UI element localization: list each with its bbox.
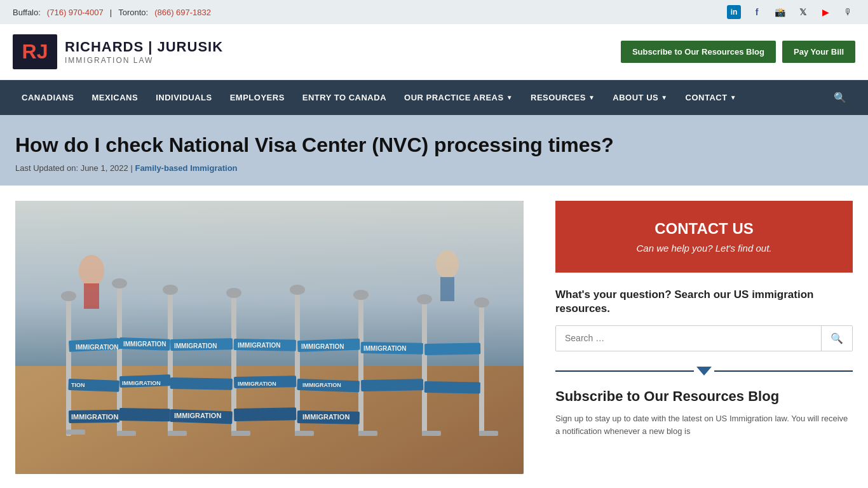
contact-us-subtext: Can we help you? Let's find out. <box>568 243 840 254</box>
search-box: 🔍 <box>555 325 853 351</box>
twitter-icon[interactable]: 𝕏 <box>796 5 810 19</box>
subscribe-body: Sign up to stay up to date with the late… <box>555 412 853 439</box>
main-nav: CANADIANS MEXICANS INDIVIDUALS EMPLOYERS… <box>0 80 868 115</box>
site-header: RJ RICHARDS | JURUSIK IMMIGRATION LAW Su… <box>0 24 868 80</box>
logo-box: RJ <box>13 34 57 69</box>
chevron-down-icon: ▼ <box>588 94 595 101</box>
linkedin-icon[interactable]: in <box>727 5 741 19</box>
instagram-icon[interactable]: 📸 <box>773 5 787 19</box>
logo-text: RICHARDS | JURUSIK IMMIGRATION LAW <box>65 39 223 65</box>
subscribe-button[interactable]: Subscribe to Our Resources Blog <box>621 41 776 63</box>
podcast-icon[interactable]: 🎙 <box>841 5 855 19</box>
article-image: IMMIGRATION IMMIGRATION IMMIGRATION IMMI… <box>15 201 524 474</box>
facebook-icon[interactable]: f <box>750 5 764 19</box>
nav-contact[interactable]: CONTACT ▼ <box>677 81 746 114</box>
nav-entry-to-canada[interactable]: ENTRY TO CANADA <box>294 81 395 114</box>
contact-us-heading: CONTACT US <box>568 220 840 238</box>
divider-line-right <box>714 370 853 372</box>
nav-mexicans[interactable]: MEXICANS <box>83 81 147 114</box>
pay-bill-button[interactable]: Pay Your Bill <box>782 41 855 63</box>
search-button[interactable]: 🔍 <box>821 326 852 351</box>
nav-about-us[interactable]: ABOUT US ▼ <box>604 81 676 114</box>
search-heading: What's your question? Search our US immi… <box>555 288 853 316</box>
divider-line-left <box>555 370 694 372</box>
subscribe-section: Subscribe to Our Resources Blog Sign up … <box>555 388 853 439</box>
youtube-icon[interactable]: ▶ <box>818 5 832 19</box>
buffalo-label: Buffalo: <box>13 8 41 17</box>
article-image-svg: IMMIGRATION IMMIGRATION IMMIGRATION IMMI… <box>15 201 524 474</box>
last-updated: Last Updated on: June 1, 2022 <box>15 163 128 173</box>
nav-practice-areas[interactable]: OUR PRACTICE AREAS ▼ <box>395 81 522 114</box>
article-area: IMMIGRATION IMMIGRATION IMMIGRATION IMMI… <box>15 201 536 474</box>
main-content: IMMIGRATION IMMIGRATION IMMIGRATION IMMI… <box>0 186 868 488</box>
page-meta: Last Updated on: June 1, 2022 | Family-b… <box>15 163 853 173</box>
logo-initials: RJ <box>22 40 48 64</box>
nav-employers[interactable]: EMPLOYERS <box>221 81 294 114</box>
category-link[interactable]: Family-based Immigration <box>135 163 237 173</box>
contact-info: Buffalo: (716) 970-4007 | Toronto: (866)… <box>13 8 211 17</box>
top-bar: Buffalo: (716) 970-4007 | Toronto: (866)… <box>0 0 868 24</box>
search-section: What's your question? Search our US immi… <box>555 288 853 351</box>
social-icons-bar: in f 📸 𝕏 ▶ 🎙 <box>727 5 855 19</box>
nav-search-icon[interactable]: 🔍 <box>825 80 855 115</box>
toronto-label: Toronto: <box>118 8 148 17</box>
toronto-phone[interactable]: (866) 697-1832 <box>154 8 211 17</box>
separator: | <box>110 8 112 17</box>
divider-triangle-icon <box>696 367 712 376</box>
chevron-down-icon: ▼ <box>506 94 513 101</box>
svg-rect-62 <box>15 201 524 474</box>
buffalo-phone[interactable]: (716) 970-4007 <box>47 8 104 17</box>
firm-name: RICHARDS | JURUSIK <box>65 39 223 55</box>
nav-resources[interactable]: RESOURCES ▼ <box>522 81 604 114</box>
chevron-down-icon: ▼ <box>730 94 736 101</box>
subscribe-heading: Subscribe to Our Resources Blog <box>555 388 853 405</box>
chevron-down-icon: ▼ <box>661 94 667 101</box>
nav-canadians[interactable]: CANADIANS <box>13 81 83 114</box>
page-title-area: How do I check National Visa Center (NVC… <box>0 115 868 186</box>
search-input[interactable] <box>556 327 821 349</box>
sidebar: CONTACT US Can we help you? Let's find o… <box>555 201 853 474</box>
page-title: How do I check National Visa Center (NVC… <box>15 133 853 157</box>
firm-subtitle: IMMIGRATION LAW <box>65 56 223 65</box>
logo-area[interactable]: RJ RICHARDS | JURUSIK IMMIGRATION LAW <box>13 34 223 69</box>
nav-individuals[interactable]: INDIVIDUALS <box>147 81 221 114</box>
header-buttons: Subscribe to Our Resources Blog Pay Your… <box>621 41 855 63</box>
contact-us-box[interactable]: CONTACT US Can we help you? Let's find o… <box>555 201 853 273</box>
section-divider <box>555 367 853 376</box>
